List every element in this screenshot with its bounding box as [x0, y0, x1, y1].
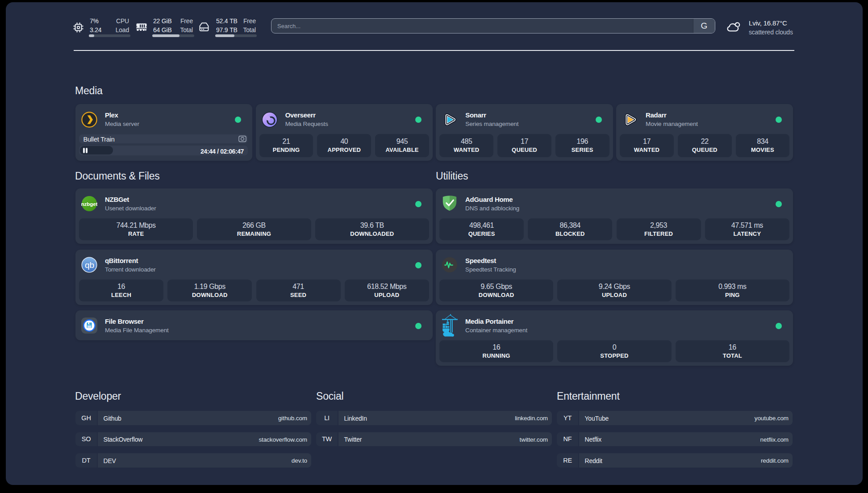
svg-text:nzbget: nzbget: [81, 201, 97, 207]
svg-text:qb: qb: [85, 260, 94, 270]
